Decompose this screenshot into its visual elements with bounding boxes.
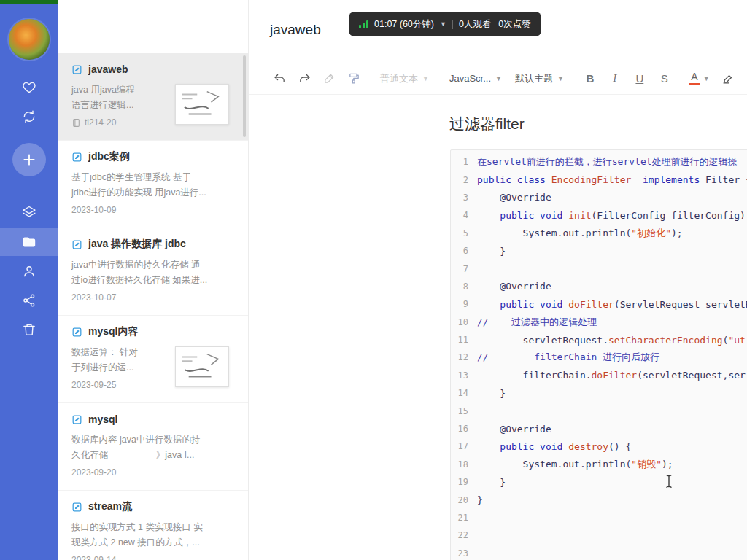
code-line: 10// 过滤器中的逻辑处理 xyxy=(451,314,747,331)
note-list-item[interactable]: mysql数据库内容 java中进行数据的持久化存储=========》java… xyxy=(58,403,248,491)
note-title: stream流 xyxy=(88,500,132,513)
chevron-down-icon[interactable]: ▼ xyxy=(440,20,446,28)
note-snippet: 接口的实现方式 1 类实现接口 实现类方式 2 new 接口的方式，... xyxy=(71,520,223,551)
line-number: 18 xyxy=(451,459,477,470)
code-line: 22 xyxy=(451,526,747,544)
note-title: java 操作数据库 jdbc xyxy=(88,238,186,251)
line-number: 19 xyxy=(451,477,477,487)
people-icon[interactable] xyxy=(0,259,58,284)
note-thumbnail xyxy=(175,84,229,125)
app-window: javawebjava 用java编程语言进行逻辑...tl214-20jdbc… xyxy=(0,0,747,560)
code-block[interactable]: 1在servlet前进行的拦截，进行servlet处理前进行的逻辑操2publi… xyxy=(450,149,747,560)
trash-icon[interactable] xyxy=(0,317,58,342)
code-line: 9 public void doFilter(ServletRequest se… xyxy=(451,295,747,313)
format-painter-icon[interactable] xyxy=(345,70,363,88)
note-edit-icon xyxy=(71,414,82,425)
top-green-strip xyxy=(0,0,58,4)
line-number: 1 xyxy=(451,157,477,167)
line-number: 11 xyxy=(451,335,477,345)
italic-button[interactable]: I xyxy=(606,70,624,88)
plus-icon xyxy=(22,152,36,167)
chevron-down-icon: ▼ xyxy=(703,75,710,82)
code-line: 11 servletRequest.setCharacterEncoding("… xyxy=(451,331,747,349)
chevron-down-icon: ▼ xyxy=(422,75,429,82)
note-snippet: java中进行数据的持久化存储 通过io进行数据持久化存储 如果进... xyxy=(71,257,223,288)
strikethrough-button[interactable]: S xyxy=(656,70,673,88)
note-list-item[interactable]: java 操作数据库 jdbcjava中进行数据的持久化存储 通过io进行数据持… xyxy=(58,228,248,316)
line-number: 3 xyxy=(451,192,477,203)
document-title[interactable]: 过滤器filter xyxy=(449,114,525,134)
line-number: 14 xyxy=(451,388,477,398)
layers-icon[interactable] xyxy=(0,200,58,225)
line-number: 6 xyxy=(451,246,477,256)
note-header-title[interactable]: javaweb xyxy=(270,22,321,38)
add-note-button[interactable] xyxy=(12,143,46,176)
code-language-value: JavaScr... xyxy=(449,73,491,84)
code-line: 7 xyxy=(451,260,747,277)
code-line: 1在servlet前进行的拦截，进行servlet处理前进行的逻辑操 xyxy=(451,153,747,171)
note-edit-icon xyxy=(71,152,82,163)
note-list-item[interactable]: jdbc案例基于jdbc的学生管理系统 基于jdbc进行的功能实现 用java进… xyxy=(58,141,248,228)
note-title: javaweb xyxy=(88,63,128,75)
pen-tool-icon[interactable] xyxy=(320,70,338,88)
line-number: 4 xyxy=(451,210,477,220)
note-edit-icon xyxy=(71,64,82,75)
paragraph-style-value: 普通文本 xyxy=(380,72,418,85)
note-date: 2023-09-20 xyxy=(71,467,235,478)
line-number: 23 xyxy=(451,548,477,559)
note-thumbnail xyxy=(175,346,229,387)
code-line: 8 @Override xyxy=(451,278,747,295)
notebook-icon xyxy=(71,118,81,128)
live-status-pill[interactable]: 01:07 (60分钟) ▼ 0人观看 0次点赞 xyxy=(349,12,541,36)
undo-button[interactable] xyxy=(271,70,288,88)
note-snippet: 数据运算： 针对于列进行的运... xyxy=(71,345,156,376)
folder-icon[interactable] xyxy=(0,230,58,254)
share-icon[interactable] xyxy=(0,288,58,313)
sync-icon[interactable] xyxy=(0,104,58,129)
line-number: 7 xyxy=(451,264,477,274)
list-scrollbar[interactable] xyxy=(243,55,246,137)
note-date: 2023-10-07 xyxy=(71,292,235,303)
likes-count: 0次点赞 xyxy=(498,18,530,31)
code-line: 20} xyxy=(451,491,747,508)
pill-divider xyxy=(452,20,453,29)
note-list: javawebjava 用java编程语言进行逻辑...tl214-20jdbc… xyxy=(58,53,248,560)
line-number: 10 xyxy=(451,317,477,327)
line-number: 15 xyxy=(451,406,477,416)
note-snippet: 基于jdbc的学生管理系统 基于jdbc进行的功能实现 用java进行... xyxy=(71,170,223,201)
font-color-button[interactable]: A ▼ xyxy=(689,71,710,85)
page-edge-divider xyxy=(387,95,387,560)
note-list-item[interactable]: stream流接口的实现方式 1 类实现接口 实现类方式 2 new 接口的方式… xyxy=(58,491,248,560)
line-number: 20 xyxy=(451,495,477,505)
note-list-panel: javawebjava 用java编程语言进行逻辑...tl214-20jdbc… xyxy=(58,0,249,560)
editor-toolbar: 普通文本 ▼ JavaScr... ▼ 默认主题 ▼ B I U S A ▼ xyxy=(249,63,747,95)
note-edit-icon xyxy=(71,327,82,338)
code-line: 6 } xyxy=(451,242,747,260)
note-list-item[interactable]: javawebjava 用java编程语言进行逻辑...tl214-20 xyxy=(58,53,248,141)
code-block-lines: 1在servlet前进行的拦截，进行servlet处理前进行的逻辑操2publi… xyxy=(451,153,747,560)
highlighter-icon[interactable] xyxy=(720,70,738,88)
note-title: mysql内容 xyxy=(88,325,138,338)
line-number: 9 xyxy=(451,299,477,309)
underline-button[interactable]: U xyxy=(631,70,649,88)
paragraph-style-select[interactable]: 普通文本 ▼ xyxy=(380,72,429,85)
signal-bars-icon xyxy=(359,20,368,28)
heart-icon[interactable] xyxy=(0,75,58,100)
bold-button[interactable]: B xyxy=(581,70,599,88)
code-line: 5 System.out.println("初始化"); xyxy=(451,225,747,242)
code-language-select[interactable]: JavaScr... ▼ xyxy=(449,73,502,84)
note-snippet: java 用java编程语言进行逻辑... xyxy=(71,82,156,113)
theme-select[interactable]: 默认主题 ▼ xyxy=(515,72,564,85)
avatar[interactable] xyxy=(9,19,50,60)
viewers-count: 0人观看 xyxy=(459,18,491,31)
note-list-item[interactable]: mysql内容数据运算： 针对于列进行的运...2023-09-25 xyxy=(58,316,248,403)
code-line: 14 } xyxy=(451,384,747,402)
code-line: 17 public void destroy() { xyxy=(451,438,747,455)
note-date: 2023-09-14 xyxy=(71,555,235,560)
line-number: 13 xyxy=(451,370,477,381)
code-line: 2public class EncodingFilter implements … xyxy=(451,171,747,188)
redo-button[interactable] xyxy=(295,70,313,88)
line-number: 16 xyxy=(451,424,477,434)
line-number: 5 xyxy=(451,228,477,238)
note-date: 2023-10-09 xyxy=(71,205,235,215)
